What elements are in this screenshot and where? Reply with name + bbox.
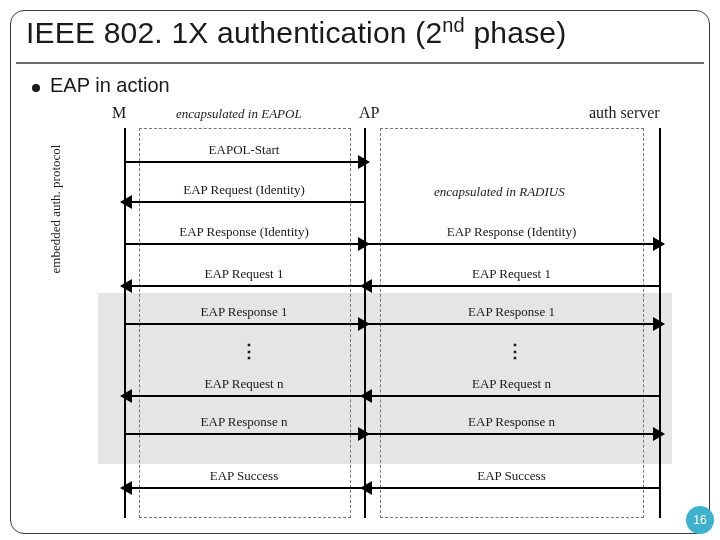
- msg-label: EAP Request (Identity): [124, 182, 364, 198]
- msg-label: EAP Response 1: [364, 304, 659, 320]
- arrow-line: [124, 243, 364, 245]
- msg-label: EAP Request n: [364, 376, 659, 392]
- arrow-line: [364, 285, 659, 287]
- entity-m: M: [112, 104, 126, 122]
- caption-radius: encapsulated in RADIUS: [434, 184, 565, 200]
- arrow-line: [364, 487, 659, 489]
- bullet-dot-icon: [32, 84, 40, 92]
- msg-label: EAP Success: [124, 468, 364, 484]
- arrow-line: [124, 323, 364, 325]
- title-suffix: phase): [465, 16, 566, 49]
- page-number-badge: 16: [686, 506, 714, 534]
- slide: IEEE 802. 1X authentication (2nd phase) …: [0, 0, 720, 540]
- arrow-line: [124, 201, 364, 203]
- title-prefix: IEEE 802. 1X authentication (2: [26, 16, 442, 49]
- ellipsis-left-icon: ⋮: [240, 348, 258, 354]
- title-rule: [16, 62, 704, 64]
- vertical-axis-label: embedded auth. protocol: [48, 124, 64, 294]
- msg-label: EAP Success: [364, 468, 659, 484]
- page-number: 16: [693, 513, 706, 527]
- sequence-diagram: M AP auth server encapsulated in EAPOL E…: [64, 104, 678, 518]
- arrow-line: [124, 395, 364, 397]
- msg-label: EAP Response n: [364, 414, 659, 430]
- slide-title: IEEE 802. 1X authentication (2nd phase): [26, 14, 566, 50]
- entity-ap: AP: [359, 104, 379, 122]
- ellipsis-right-icon: ⋮: [506, 348, 524, 354]
- arrow-line: [124, 433, 364, 435]
- vertical-axis-text: embedded auth. protocol: [48, 145, 63, 274]
- msg-label: EAP Request n: [124, 376, 364, 392]
- msg-label: EAP Response n: [124, 414, 364, 430]
- arrow-line: [124, 161, 364, 163]
- caption-eapol: encapsulated in EAPOL: [176, 106, 302, 122]
- msg-label: EAP Response (Identity): [124, 224, 364, 240]
- msg-label: EAP Request 1: [124, 266, 364, 282]
- arrow-line: [364, 395, 659, 397]
- msg-label: EAP Response 1: [124, 304, 364, 320]
- arrow-line: [124, 285, 364, 287]
- msg-label: EAPOL-Start: [124, 142, 364, 158]
- arrow-line: [364, 433, 659, 435]
- subtitle: EAP in action: [50, 74, 170, 97]
- arrow-line: [124, 487, 364, 489]
- msg-label: EAP Request 1: [364, 266, 659, 282]
- msg-label: EAP Response (Identity): [364, 224, 659, 240]
- title-sup: nd: [442, 14, 465, 36]
- arrow-line: [364, 243, 659, 245]
- arrow-line: [364, 323, 659, 325]
- entity-auth-server: auth server: [589, 104, 660, 122]
